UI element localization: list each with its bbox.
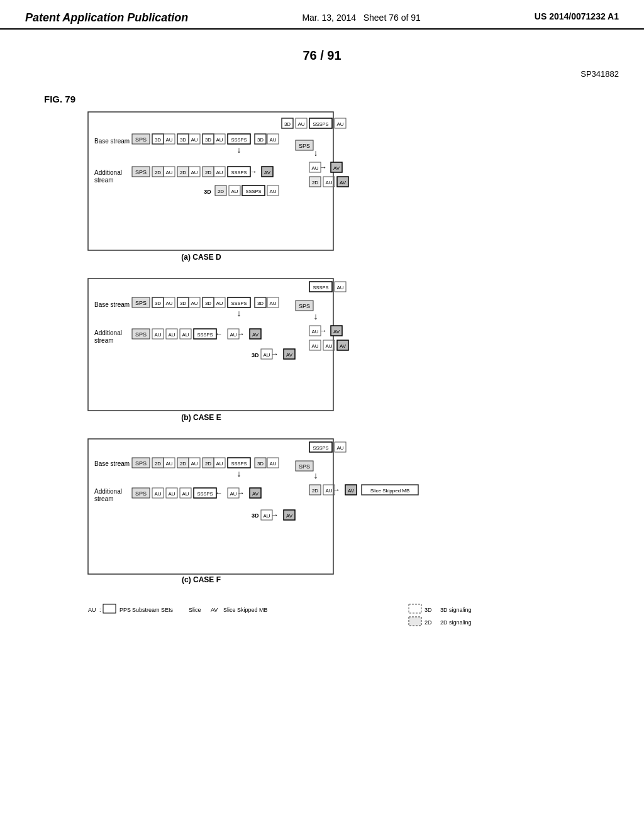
case-d-base-label: Base stream — [94, 138, 130, 145]
svg-text:↓: ↓ — [314, 148, 318, 158]
svg-text:3D: 3D — [204, 189, 211, 195]
svg-text:AU: AU — [191, 461, 197, 467]
svg-text:SPS: SPS — [135, 331, 147, 338]
svg-text:AU: AU — [182, 332, 189, 338]
svg-text:AU: AU — [216, 170, 223, 175]
svg-text:↓: ↓ — [314, 311, 318, 321]
svg-text:AV: AV — [252, 332, 259, 338]
svg-text:2D: 2D — [205, 170, 211, 175]
svg-text:2D: 2D — [155, 461, 161, 467]
svg-text:AU: AU — [336, 121, 343, 127]
svg-text:AU: AU — [168, 491, 175, 497]
svg-text:Base stream: Base stream — [94, 460, 130, 467]
svg-text:→: → — [333, 485, 340, 494]
svg-text:AU: AU — [165, 301, 172, 306]
svg-text:AU: AU — [336, 445, 343, 451]
svg-text:AU: AU — [191, 137, 197, 143]
svg-text:→: → — [237, 329, 245, 338]
svg-text:AU: AU — [269, 301, 276, 306]
svg-text:2D: 2D — [205, 461, 211, 467]
svg-text:3D: 3D — [155, 301, 161, 306]
svg-text:→: → — [271, 511, 279, 519]
svg-text:AU: AU — [297, 121, 304, 127]
svg-text:AU: AU — [269, 137, 276, 143]
svg-text:AU: AU — [88, 607, 96, 613]
svg-text:Slice Skipped MB: Slice Skipped MB — [370, 488, 410, 494]
case-d-additional-label: Additional — [94, 169, 122, 176]
svg-text:AV: AV — [340, 343, 347, 349]
svg-text:SPS: SPS — [135, 136, 147, 143]
svg-text:AU: AU — [216, 137, 223, 143]
case-f-label: (c) CASE F — [182, 575, 221, 584]
svg-text:SSSPS: SSSPS — [197, 491, 213, 497]
svg-text:2D: 2D — [180, 170, 186, 175]
svg-text:↓: ↓ — [237, 468, 242, 479]
svg-text:AU: AU — [325, 180, 332, 185]
case-e-label: (b) CASE E — [181, 413, 221, 422]
page-header: Patent Application Publication Mar. 13, … — [0, 0, 644, 30]
svg-text:3D signaling: 3D signaling — [440, 607, 472, 613]
svg-rect-0 — [88, 112, 333, 250]
main-content: 76 / 91 SP341882 FIG. 79 (a) CASE D Base… — [0, 30, 644, 790]
svg-text:SPS: SPS — [135, 300, 147, 306]
svg-text:3D: 3D — [252, 352, 259, 358]
case-d-label: (a) CASE D — [181, 253, 221, 262]
svg-text::: : — [99, 607, 101, 613]
svg-text:←: ← — [215, 489, 223, 497]
svg-text:SSSPS: SSSPS — [231, 170, 247, 175]
svg-text:2D: 2D — [312, 180, 318, 185]
svg-text:3D: 3D — [205, 301, 211, 306]
svg-text:SSSPS: SSSPS — [313, 445, 328, 451]
svg-text:AU: AU — [216, 461, 223, 467]
svg-text:SPS: SPS — [299, 463, 310, 470]
svg-text:Additional: Additional — [94, 488, 122, 495]
svg-text:3D: 3D — [257, 461, 264, 467]
page-number: 76 / 91 — [25, 48, 619, 63]
svg-text:2D: 2D — [180, 461, 186, 467]
svg-text:Additional: Additional — [94, 329, 122, 336]
svg-text:stream: stream — [94, 177, 114, 184]
svg-rect-73 — [88, 279, 333, 411]
svg-text:3D: 3D — [257, 137, 264, 143]
svg-text:AU: AU — [230, 491, 236, 497]
fig-label: FIG. 79 — [44, 94, 75, 104]
svg-text:Substream SEIs: Substream SEIs — [132, 607, 174, 613]
svg-text:2D: 2D — [218, 189, 224, 194]
svg-text:AV: AV — [264, 170, 271, 175]
svg-text:3D: 3D — [205, 137, 211, 143]
main-diagram: FIG. 79 (a) CASE D Base stream SPS 3D AU… — [25, 84, 629, 775]
svg-text:AU: AU — [168, 332, 175, 338]
svg-text:AV: AV — [340, 180, 347, 185]
svg-text:3D: 3D — [180, 301, 186, 306]
svg-text:↓: ↓ — [314, 470, 318, 480]
svg-text:→: → — [271, 350, 279, 358]
svg-text:SSSPS: SSSPS — [313, 121, 328, 127]
svg-text:AU: AU — [269, 461, 276, 467]
svg-text:AU: AU — [191, 301, 197, 306]
header-date-sheet: Mar. 13, 2014 Sheet 76 of 91 — [302, 11, 420, 25]
svg-text:AU: AU — [325, 343, 332, 349]
svg-text:AU: AU — [216, 301, 223, 306]
sp-number: SP341882 — [25, 69, 619, 79]
publication-title: Patent Application Publication — [25, 11, 188, 25]
svg-text:3D: 3D — [180, 137, 186, 143]
svg-rect-209 — [409, 604, 421, 613]
svg-text:SPS: SPS — [135, 169, 147, 175]
svg-text:↓: ↓ — [237, 308, 242, 318]
svg-text:3D: 3D — [425, 607, 432, 613]
svg-text:stream: stream — [94, 495, 114, 502]
patent-number: US 2014/0071232 A1 — [535, 11, 619, 21]
svg-text:AU: AU — [154, 491, 161, 497]
svg-text:AU: AU — [165, 461, 172, 467]
svg-text:AU: AU — [165, 137, 172, 143]
svg-text:AU: AU — [154, 332, 161, 338]
svg-text:AV: AV — [286, 513, 293, 519]
svg-text:AV: AV — [211, 607, 218, 613]
svg-text:AU: AU — [182, 491, 189, 497]
svg-text:AV: AV — [348, 488, 355, 494]
svg-text:Slice: Slice — [189, 607, 201, 613]
svg-text:AU: AU — [191, 170, 197, 175]
svg-text:SPS: SPS — [135, 490, 147, 497]
svg-text:AU: AU — [311, 165, 318, 171]
svg-text:AU: AU — [263, 352, 270, 358]
